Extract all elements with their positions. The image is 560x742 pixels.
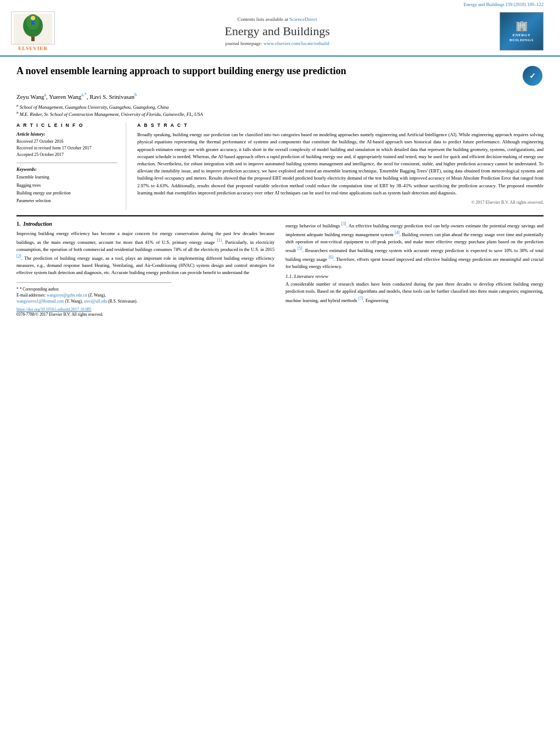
keyword-2: Bagging trees xyxy=(16,182,117,189)
doi-line: https://doi.org/10.1016/j.enbuild.2017.1… xyxy=(16,307,171,312)
journal-logo-text: ENERGYBUILDINGS xyxy=(509,33,534,43)
journal-homepage: journal homepage: www.elsevier.com/locat… xyxy=(66,41,489,46)
affiliation-b: b M.E. Rinker, Sr. School of Constructio… xyxy=(16,110,544,117)
citation-line: Energy and Buildings 159 (2018) 109–122 xyxy=(0,0,560,7)
elsevier-text: ELSEVIER xyxy=(18,46,48,51)
article-info-label: A R T I C L E I N F O xyxy=(16,122,117,128)
intro-para-2: energy behavior of buildings [3]. An eff… xyxy=(285,221,544,270)
revised-date: Received in revised form 17 October 2017 xyxy=(16,145,117,152)
email-ywang[interactable]: wangyueren1@Hotmail.com xyxy=(16,299,64,304)
abstract-text: Broadly speaking, building energy use pr… xyxy=(137,131,544,197)
keyword-4: Parameter selection xyxy=(16,197,117,205)
sciencedirect-link[interactable]: ScienceDirect xyxy=(289,16,317,22)
main-separator xyxy=(16,215,544,216)
article-body: A novel ensemble learning approach to su… xyxy=(0,57,560,325)
footnote-emails: E-mail addresses: wangzeyu@gzhu.edu.cn (… xyxy=(16,292,171,305)
article-history: Article history: Received 27 October 201… xyxy=(16,131,117,158)
keyword-3: Building energy use prediction xyxy=(16,189,117,197)
article-title: A novel ensemble learning approach to su… xyxy=(16,65,522,77)
journal-header: ELSEVIER Contents lists available at Sci… xyxy=(0,7,560,57)
affiliation-a: a School of Management, Guangzhou Univer… xyxy=(16,103,544,110)
keywords-label: Keywords: xyxy=(16,166,117,172)
footnote-star-text: * * Corresponding author. xyxy=(16,286,171,292)
received-date: Received 27 October 2016 xyxy=(16,138,117,145)
copyright-line: © 2017 Elsevier B.V. All rights reserved… xyxy=(137,200,544,205)
abstract-col: A B S T R A C T Broadly speaking, buildi… xyxy=(137,122,544,210)
journal-right-logo: 🏢 ENERGYBUILDINGS xyxy=(500,12,544,51)
journal-center: Contents lists available at ScienceDirec… xyxy=(55,16,500,46)
svg-rect-5 xyxy=(31,20,35,25)
email-zwang[interactable]: wangzeyu@gzhu.edu.cn xyxy=(47,293,87,298)
keyword-1: Ensemble learning xyxy=(16,174,117,181)
crossmark-icon: ✓ xyxy=(523,66,542,86)
subsection-lit-review: 1.1. Literature review xyxy=(285,274,544,279)
author-ravi: Ravi S. Srinivasan xyxy=(89,93,135,100)
building-icon: 🏢 xyxy=(516,20,528,32)
article-title-section: A novel ensemble learning approach to su… xyxy=(16,62,544,87)
elsevier-tree-svg xyxy=(14,14,52,44)
doi-link[interactable]: https://doi.org/10.1016/j.enbuild.2017.1… xyxy=(16,307,92,312)
elsevier-logo-box xyxy=(11,12,55,44)
crossmark-badge: ✓ xyxy=(522,65,544,87)
two-col-info-abstract: A R T I C L E I N F O Article history: R… xyxy=(16,118,544,210)
intro-para-1: Improving building energy efficiency has… xyxy=(16,230,275,277)
body-col-left: 1. Introduction Improving building energ… xyxy=(16,221,275,317)
article-info-col: A R T I C L E I N F O Article history: R… xyxy=(16,122,126,210)
contents-line: Contents lists available at ScienceDirec… xyxy=(66,16,489,22)
elsevier-logo: ELSEVIER xyxy=(11,12,55,51)
authors-section: Zeyu Wanga, Yueren Wanga,*, Ravi S. Srin… xyxy=(16,92,544,100)
homepage-url[interactable]: www.elsevier.com/locate/enbuild xyxy=(264,41,329,46)
footnote-area: * * Corresponding author. E-mail address… xyxy=(16,282,171,317)
journal-title-header: Energy and Buildings xyxy=(66,24,489,38)
page-wrapper: Energy and Buildings 159 (2018) 109–122 xyxy=(0,0,560,742)
email-ravi[interactable]: sravi@ufl.edu xyxy=(84,299,108,304)
citation-text: Energy and Buildings 159 (2018) 109–122 xyxy=(463,2,544,7)
author-yueren: Yueren Wang xyxy=(49,93,81,100)
issn-line: 0378-7788/© 2017 Elsevier B.V. All right… xyxy=(16,312,171,317)
lit-review-para: A considerable number of research studie… xyxy=(285,281,544,304)
abstract-label: A B S T R A C T xyxy=(137,122,544,128)
keywords-section: Keywords: Ensemble learning Bagging tree… xyxy=(16,166,117,205)
body-col-right: energy behavior of buildings [3]. An eff… xyxy=(285,221,544,317)
intro-heading: 1. Introduction xyxy=(16,221,275,227)
author-zeyu: Zeyu Wang xyxy=(16,93,44,100)
affiliations: a School of Management, Guangzhou Univer… xyxy=(16,103,544,118)
svg-point-4 xyxy=(31,16,35,20)
keywords-list: Ensemble learning Bagging trees Building… xyxy=(16,174,117,205)
accepted-date: Accepted 25 October 2017 xyxy=(16,152,117,158)
info-divider xyxy=(16,163,117,163)
article-history-label: Article history: xyxy=(16,131,117,137)
body-two-col: 1. Introduction Improving building energ… xyxy=(16,221,544,317)
